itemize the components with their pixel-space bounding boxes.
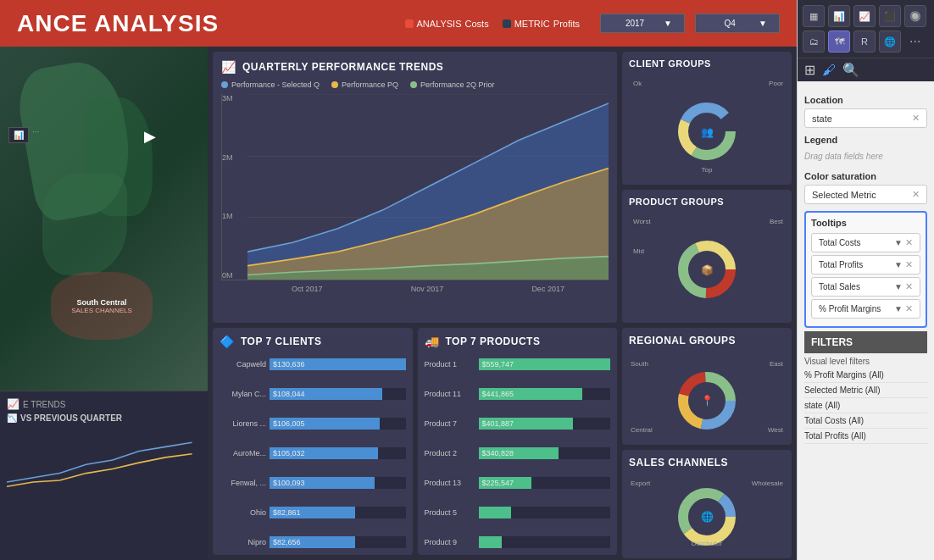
tooltip-total-costs[interactable]: Total Costs ▼ ✕ <box>811 233 920 252</box>
y-axis-labels: 3M 2M 1M 0M <box>222 94 233 280</box>
client-label-5: Fenwal, ... <box>220 479 266 487</box>
product-label-5: Product 13 <box>425 479 475 487</box>
viz-type-btn-6[interactable]: 🗂 <box>803 30 825 53</box>
y-label-1m: 1M <box>222 212 233 220</box>
y-label-2m: 2M <box>222 153 233 162</box>
chart-widget[interactable]: 📊 <box>8 127 29 143</box>
format-bar: ⊞ 🖌 🔍 <box>798 58 934 81</box>
svg-text:📍: 📍 <box>701 394 714 407</box>
viz-type-btn-1[interactable]: ▦ <box>803 5 825 27</box>
client-row-3: Liorens ... $106,005 <box>220 418 406 430</box>
client-label-1: Capweld <box>220 360 266 369</box>
tooltip-total-sales[interactable]: Total Sales ▼ ✕ <box>811 277 920 297</box>
product-row-7: Product 9 <box>425 536 611 548</box>
product-bar-fill-6 <box>479 507 512 518</box>
header-analysis: ANALYSIS Costs METRIC Profits <box>405 19 580 29</box>
tooltip-total-profits[interactable]: Total Profits ▼ ✕ <box>811 255 920 274</box>
sales-donut-svg: 🌐 <box>660 480 753 547</box>
filter-state-label: state (All) <box>804 401 840 410</box>
client-row-6: Ohio $82,861 <box>220 507 406 518</box>
cursor-icon: ▶ <box>144 127 156 146</box>
location-remove-btn[interactable]: ✕ <box>912 113 920 124</box>
x-axis-labels: Oct 2017 Nov 2017 Dec 2017 <box>247 285 609 293</box>
mini-chart-svg <box>7 426 201 494</box>
center-panels: 📈 QUARTERLY PERFORMANCE TRENDS Performan… <box>208 47 797 560</box>
svg-text:👥: 👥 <box>701 125 714 138</box>
tooltip-costs-remove[interactable]: ✕ <box>905 237 913 248</box>
filter-state[interactable]: state (All) <box>804 398 927 413</box>
ok-label: Ok <box>633 80 642 87</box>
product-label-7: Product 9 <box>425 538 475 546</box>
year-dropdown[interactable]: 2017 ▼ <box>600 14 685 33</box>
costs-label: Costs <box>465 19 489 29</box>
tooltip-profits-label: Total Profits <box>819 260 863 269</box>
product-value-2: $441,865 <box>482 390 514 398</box>
filter-profit-margins[interactable]: % Profit Margins (All) <box>804 368 927 383</box>
client-label-4: AuroMe... <box>220 449 266 457</box>
more-options[interactable]: ··· <box>32 127 39 136</box>
filters-label: FILTERS <box>811 336 853 348</box>
client-groups-donut: 👥 Ok Poor Top <box>629 75 785 178</box>
filter-profits-label: Total Profits (All) <box>804 431 866 441</box>
format-icon[interactable]: 🖌 <box>822 63 836 78</box>
tooltip-profit-margins[interactable]: % Profit Margins ▼ ✕ <box>811 299 920 319</box>
x-label-dec: Dec 2017 <box>531 285 564 293</box>
best-label: Best <box>770 218 783 225</box>
x-label-nov: Nov 2017 <box>411 285 444 293</box>
legend-dot-1 <box>221 81 228 88</box>
more-viz-types[interactable]: ··· <box>904 30 926 53</box>
tooltip-costs-arrow[interactable]: ▼ <box>894 238 903 247</box>
viz-type-btn-3[interactable]: 📈 <box>853 5 876 27</box>
product-value-5: $225,547 <box>482 479 514 487</box>
costs-dot <box>405 19 414 28</box>
client-bar-4: $105,032 <box>270 447 406 459</box>
tooltip-margins-arrow[interactable]: ▼ <box>894 304 903 313</box>
clients-icon: 🔷 <box>220 335 234 348</box>
viz-type-btn-9[interactable]: 🌐 <box>879 30 901 53</box>
metric-label: METRIC <box>514 19 550 29</box>
product-groups-title: PRODUCT GROUPS <box>629 197 724 207</box>
tooltip-profits-arrow[interactable]: ▼ <box>894 260 903 269</box>
product-groups-panel: PRODUCT GROUPS 📦 Worst Mid Best <box>622 190 792 323</box>
selected-metric-field[interactable]: Selected Metric ✕ <box>804 185 927 204</box>
tooltip-sales-remove[interactable]: ✕ <box>905 281 913 292</box>
tooltip-sales-arrow[interactable]: ▼ <box>894 282 903 291</box>
products-icon: 🚚 <box>425 335 439 348</box>
viz-type-btn-4[interactable]: ⬛ <box>879 5 901 27</box>
svg-text:🌐: 🌐 <box>701 510 714 523</box>
trend-label: E TRENDS <box>23 400 65 409</box>
viz-type-btn-5[interactable]: 🔘 <box>904 5 926 27</box>
y-label-3m: 3M <box>222 94 233 103</box>
y-label-0m: 0M <box>222 271 233 280</box>
viz-type-btn-2[interactable]: 📊 <box>828 5 850 27</box>
fields-icon[interactable]: ⊞ <box>804 62 815 78</box>
product-value-1: $559,747 <box>482 360 514 369</box>
filter-total-profits[interactable]: Total Profits (All) <box>804 429 927 444</box>
regional-groups-panel: REGIONAL GROUPS 📍 South East <box>622 328 792 445</box>
client-row-4: AuroMe... $105,032 <box>220 447 406 459</box>
quarterly-chart: 3M 2M 1M 0M <box>221 94 609 280</box>
location-field[interactable]: state ✕ <box>804 108 927 128</box>
selected-metric-remove-btn[interactable]: ✕ <box>912 189 920 200</box>
viz-type-btn-8[interactable]: R <box>853 30 876 53</box>
filter-selected-metric[interactable]: Selected Metric (All) <box>804 383 927 398</box>
client-label-2: Mylan C... <box>220 390 266 398</box>
top7-products-panel: 🚚 TOP 7 PRODUCTS Product 1 $559,747 <box>418 328 618 555</box>
viz-type-btn-7[interactable]: 🗺 <box>828 30 850 53</box>
analytics-icon[interactable]: 🔍 <box>842 62 859 78</box>
quarter-dropdown[interactable]: Q4 ▼ <box>695 14 780 33</box>
client-row-5: Fenwal, ... $100,093 <box>220 477 406 489</box>
analysis-label: ANALYSIS <box>417 19 462 29</box>
tooltip-margins-label: % Profit Margins <box>819 304 881 313</box>
quarterly-icon: 📈 <box>221 60 236 74</box>
product-row-1: Product 1 $559,747 <box>425 358 611 370</box>
sidebar-main-content: Location state ✕ Legend Drag data fields… <box>798 81 934 451</box>
right-bottom-panels: REGIONAL GROUPS 📍 South East <box>622 328 792 555</box>
tooltip-profits-remove[interactable]: ✕ <box>905 259 913 270</box>
central-label: Central <box>631 426 653 434</box>
product-label-6: Product 5 <box>425 508 475 517</box>
west-label: West <box>768 426 783 434</box>
legend-hint: Drag data fields here <box>804 148 927 164</box>
filter-total-costs[interactable]: Total Costs (All) <box>804 413 927 429</box>
tooltip-margins-remove[interactable]: ✕ <box>905 303 913 314</box>
